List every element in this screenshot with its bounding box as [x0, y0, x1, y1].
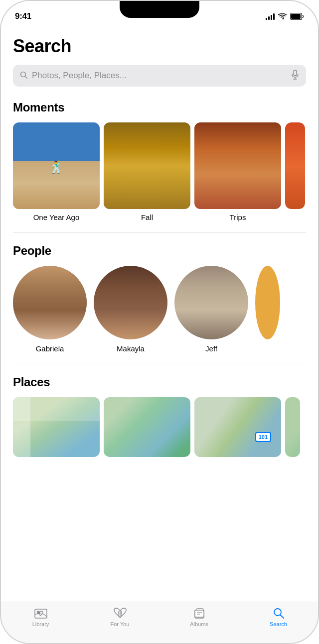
signal-icon [266, 13, 275, 20]
tab-foryou-label: For You [111, 621, 130, 627]
person-avatar-jeff [174, 266, 248, 339]
page-title: Search [13, 36, 306, 57]
search-input[interactable]: Photos, People, Places... [13, 65, 306, 87]
places-title: Places [13, 375, 306, 389]
wifi-icon [278, 13, 287, 20]
moments-section: Moments One Year Ago Fall [13, 101, 306, 221]
moment-label: One Year Ago [33, 213, 80, 221]
battery-icon [290, 13, 304, 20]
tab-library-label: Library [32, 621, 49, 627]
person-item[interactable]: Gabriela [13, 266, 87, 353]
tab-albums[interactable]: Albums [160, 607, 239, 627]
people-row: Gabriela Makayla Jeff [13, 266, 306, 353]
divider [13, 232, 306, 233]
status-time: 9:41 [15, 11, 31, 21]
person-name: Gabriela [36, 344, 64, 353]
svg-line-3 [25, 76, 27, 78]
moments-row: One Year Ago Fall Trips [13, 122, 306, 221]
person-avatar-gabriela [13, 266, 87, 339]
foryou-icon [114, 607, 127, 619]
albums-icon [193, 607, 206, 619]
svg-rect-4 [294, 70, 297, 76]
notch [120, 1, 199, 18]
place-map-3[interactable] [194, 397, 281, 457]
search-placeholder: Photos, People, Places... [32, 71, 287, 81]
tab-albums-label: Albums [190, 621, 208, 627]
moment-item[interactable]: Fall [104, 122, 190, 221]
tab-search-label: Search [270, 621, 287, 627]
places-section: Places [13, 375, 306, 457]
tab-bar: Library For You Albums [1, 602, 318, 643]
search-tab-icon [273, 607, 285, 619]
svg-line-19 [280, 615, 284, 619]
person-item[interactable]: Jeff [174, 266, 248, 353]
people-title: People [13, 244, 306, 258]
tab-search[interactable]: Search [239, 607, 318, 627]
moment-item[interactable]: Trips [194, 122, 281, 221]
person-avatar-makayla [94, 266, 167, 339]
tab-foryou[interactable]: For You [80, 607, 160, 627]
status-icons [266, 13, 304, 20]
main-content: Search Photos, People, Places... [1, 26, 318, 602]
person-name: Jeff [205, 344, 217, 353]
moment-label: Fall [141, 213, 153, 221]
svg-rect-1 [291, 14, 301, 19]
phone-frame: 9:41 [0, 0, 319, 644]
moment-item[interactable]: One Year Ago [13, 122, 100, 221]
person-item-partial[interactable] [255, 266, 280, 353]
tab-library[interactable]: Library [1, 607, 80, 627]
person-item[interactable]: Makayla [94, 266, 167, 353]
library-icon [34, 607, 47, 619]
moment-thumb-desert [13, 122, 100, 209]
microphone-icon[interactable] [291, 70, 299, 82]
people-section: People Gabriela Makayla [13, 244, 306, 353]
moments-title: Moments [13, 101, 306, 114]
place-map-2[interactable] [104, 397, 190, 457]
place-map-4-partial[interactable] [285, 397, 300, 457]
svg-rect-15 [195, 610, 204, 617]
moment-item-partial[interactable] [285, 122, 305, 221]
moment-label: Trips [230, 213, 246, 221]
moment-thumb-fall [104, 122, 190, 209]
place-map-1[interactable] [13, 397, 100, 457]
places-row [13, 397, 306, 457]
moment-thumb-trips [194, 122, 281, 209]
person-name: Makayla [117, 344, 145, 353]
divider-2 [13, 364, 306, 364]
search-icon [20, 71, 28, 81]
